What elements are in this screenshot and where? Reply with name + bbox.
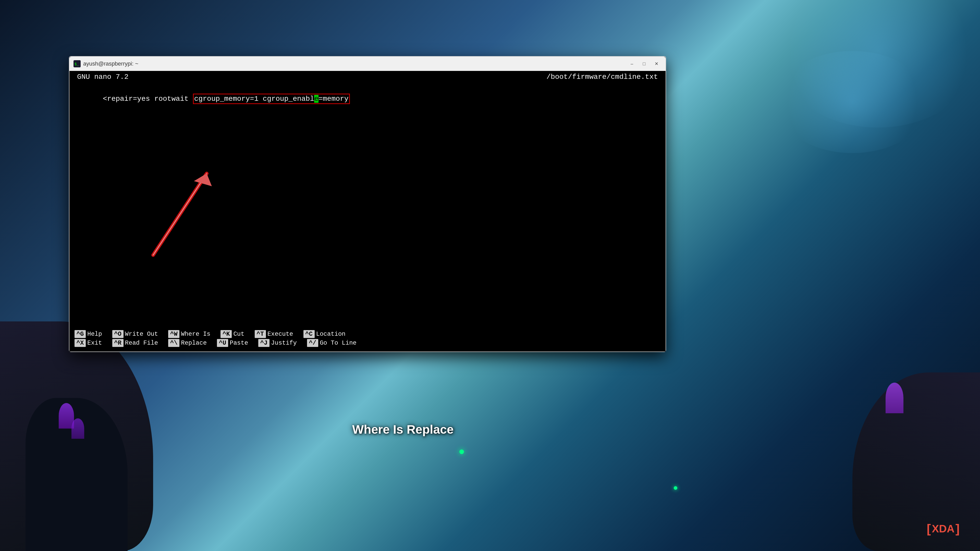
key-ctrl-g: ^G	[75, 330, 86, 338]
label-exit: Exit	[87, 339, 102, 347]
window-title: ayush@raspberrypi: ~	[83, 60, 627, 67]
line-prefix: <repair=yes rootwait	[103, 95, 193, 103]
shortcut-whereis: ^W Where Is	[168, 330, 210, 338]
key-ctrl-x: ^X	[75, 339, 86, 347]
shortcut-help: ^G Help	[75, 330, 102, 338]
window-controls: – □ ✕	[627, 60, 662, 68]
shortcut-cut: ^K Cut	[221, 330, 244, 338]
xda-bracket-right: ]	[956, 522, 959, 536]
shortcut-execute: ^T Execute	[255, 330, 293, 338]
label-readfile: Read File	[125, 339, 158, 347]
key-ctrl-c: ^C	[304, 330, 315, 338]
shortcut-exit-labels: Exit	[87, 339, 102, 347]
xda-text: XDA	[932, 523, 955, 535]
glow-dot-1	[460, 449, 464, 454]
maximize-button[interactable]: □	[639, 60, 649, 68]
close-button[interactable]: ✕	[651, 60, 662, 68]
window-icon: $_	[73, 60, 81, 67]
shortcut-gotoline: ^/ Go To Line	[307, 339, 356, 347]
shortcut-cut-labels: Cut	[233, 330, 244, 338]
key-ctrl-o: ^O	[112, 330, 124, 338]
shortcut-paste-labels: Paste	[230, 339, 248, 347]
shortcut-location: ^C Location	[304, 330, 345, 338]
bg-flower-2	[72, 418, 84, 439]
file-path: /boot/firmware/cmdline.txt	[546, 73, 658, 81]
key-ctrl-k: ^K	[221, 330, 232, 338]
xda-logo: [ XDA ]	[927, 522, 959, 536]
shortcut-help-labels: Help	[87, 330, 102, 338]
key-ctrl-u: ^U	[217, 339, 228, 347]
label-location: Location	[316, 330, 345, 338]
shortcut-justify-labels: Justify	[271, 339, 297, 347]
cursor: e	[314, 95, 318, 103]
highlighted-command: cgroup_memory=1 cgroup_enable=memory	[193, 94, 350, 104]
shortcut-exit: ^X Exit	[75, 339, 102, 347]
shortcut-location-labels: Location	[316, 330, 345, 338]
label-gotoline: Go To Line	[320, 339, 356, 347]
shortcut-replace-labels: Replace	[181, 339, 207, 347]
label-justify: Justify	[271, 339, 297, 347]
label-paste: Paste	[230, 339, 248, 347]
shortcut-bar: ^G Help ^O Write Out ^W Where Is ^K Cut …	[69, 327, 666, 351]
title-bar: $_ ayush@raspberrypi: ~ – □ ✕	[69, 57, 666, 71]
key-ctrl-t: ^T	[255, 330, 266, 338]
shortcut-replace: ^\ Replace	[168, 339, 207, 347]
shortcut-writeout: ^O Write Out	[112, 330, 158, 338]
terminal-window: $_ ayush@raspberrypi: ~ – □ ✕ GNU nano 7…	[69, 56, 666, 352]
key-ctrl-j: ^J	[258, 339, 269, 347]
terminal-line-1: <repair=yes rootwait cgroup_memory=1 cgr…	[77, 84, 658, 114]
shortcut-execute-labels: Execute	[267, 330, 293, 338]
key-ctrl-r: ^R	[112, 339, 124, 347]
shortcut-justify: ^J Justify	[258, 339, 297, 347]
svg-text:$_: $_	[75, 62, 79, 66]
shortcut-writeout-labels: Write Out	[125, 330, 158, 338]
key-ctrl-backslash: ^\	[168, 339, 180, 347]
key-ctrl-slash: ^/	[307, 339, 318, 347]
bg-flower-3	[886, 383, 904, 413]
terminal-header: GNU nano 7.2 /boot/firmware/cmdline.txt	[69, 71, 666, 83]
label-cut: Cut	[233, 330, 244, 338]
label-replace: Replace	[181, 339, 207, 347]
shortcut-gotoline-labels: Go To Line	[320, 339, 356, 347]
highlight-end: =memory	[318, 95, 348, 103]
xda-bracket-left: [	[927, 522, 931, 536]
shortcut-whereis-labels: Where Is	[181, 330, 210, 338]
terminal-body[interactable]: <repair=yes rootwait cgroup_memory=1 cgr…	[69, 83, 666, 327]
shortcut-readfile: ^R Read File	[112, 339, 158, 347]
highlight-text: cgroup_memory=1 cgroup_enabl	[194, 95, 314, 103]
shortcut-paste: ^U Paste	[217, 339, 248, 347]
label-writeout: Write Out	[125, 330, 158, 338]
label-help: Help	[87, 330, 102, 338]
label-whereis: Where Is	[181, 330, 210, 338]
minimize-button[interactable]: –	[627, 60, 637, 68]
glow-dot-2	[674, 486, 677, 490]
key-ctrl-w: ^W	[168, 330, 180, 338]
shortcut-readfile-labels: Read File	[125, 339, 158, 347]
label-execute: Execute	[267, 330, 293, 338]
nano-version: GNU nano 7.2	[77, 73, 129, 81]
